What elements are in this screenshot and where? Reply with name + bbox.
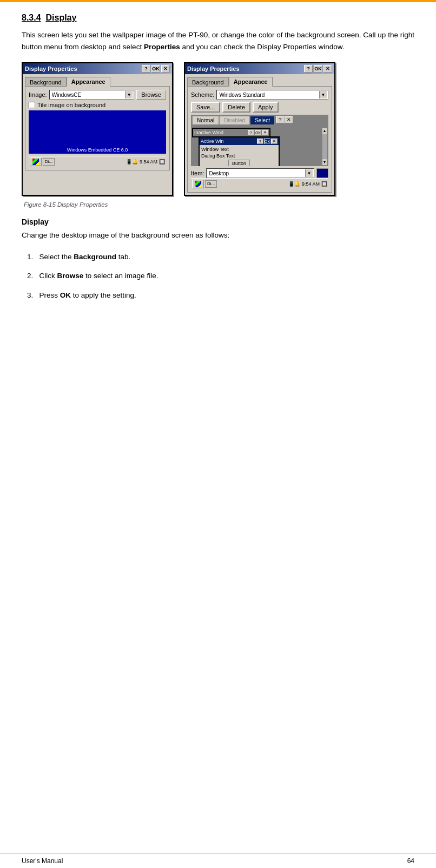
save-button[interactable]: Save... <box>191 102 220 113</box>
scheme-combo[interactable]: Windows Standard ▼ <box>216 90 328 100</box>
tile-checkbox[interactable] <box>29 102 35 108</box>
taskbar-item-label-2: Di... <box>207 181 215 186</box>
step2-end: to select an image file. <box>83 272 158 280</box>
preview-tab-normal[interactable]: Normal <box>192 116 219 124</box>
desktop-preview: Windows Embedded CE 6.0 <box>29 110 166 154</box>
step-2: 2. Click Browse to select an image file. <box>27 270 414 282</box>
image-combo-value: WindowsCE <box>51 92 125 98</box>
active-close: ✕ <box>271 139 278 144</box>
display-section-title: Display <box>22 218 414 226</box>
windows-logo-1 <box>32 159 39 165</box>
section-title-underline: Display <box>45 13 76 22</box>
scheme-combo-arrow: ▼ <box>319 91 327 98</box>
windows-logo-2 <box>195 181 201 187</box>
dialog2-titlebar: Display Properties ? OK ✕ <box>185 63 334 74</box>
start-button-1[interactable] <box>30 157 42 166</box>
taskbar-item-1: Di... <box>43 158 55 166</box>
inactive-titlebar: Inactive Wind ? OK ✕ <box>193 129 269 136</box>
dialog1-help-btn[interactable]: ? <box>142 65 150 73</box>
item-combo-arrow: ▼ <box>305 169 313 177</box>
scroll-down[interactable]: ▼ <box>323 160 327 165</box>
footer-left: User's Manual <box>22 857 63 865</box>
item-combo-value: Desktop <box>208 170 305 176</box>
dialog1-title: Display Properties <box>25 65 77 72</box>
inactive-ok: OK <box>255 130 261 135</box>
intro-paragraph: This screen lets you set the wallpaper i… <box>22 29 414 52</box>
active-window: Active Win ? OK ✕ Window Text Dialog Box… <box>199 136 280 166</box>
active-titlebar: Active Win ? OK ✕ <box>200 137 279 145</box>
item-row: Item: Desktop ▼ <box>191 168 328 178</box>
tray-extra-1: 🔲 <box>159 159 165 165</box>
step2-text: Click <box>39 272 57 280</box>
section-title-text: Display <box>45 13 76 22</box>
dialog2-body: Background Appearance Scheme: Windows St… <box>185 74 334 195</box>
dialog1-body: Background Appearance Image: WindowsCE ▼… <box>23 74 172 173</box>
system-tray-1: 📱🔔 9:54 AM 🔲 <box>126 159 165 165</box>
scroll-up[interactable]: ▲ <box>323 128 327 134</box>
appearance-preview: Normal Disabled Select ? ✕ <box>191 115 328 166</box>
step3-text: Press <box>39 291 60 299</box>
preview-tabs-row: Normal Disabled Select ? ✕ <box>192 116 293 124</box>
dialog2-title-buttons: ? OK ✕ <box>304 65 332 73</box>
delete-button[interactable]: Delete <box>222 102 250 113</box>
section-heading: 8.3.4 Display <box>22 13 414 23</box>
preview-tab-selected[interactable]: Select <box>250 116 275 124</box>
tab2-background-label: Background <box>192 79 224 86</box>
image-combo-arrow: ▼ <box>125 91 133 98</box>
taskbar-item-2: Di... <box>205 180 217 188</box>
scheme-combo-value: Windows Standard <box>218 92 319 98</box>
display-properties-dialog-1: Display Properties ? OK ✕ Background App… <box>22 62 173 196</box>
color-swatch[interactable] <box>316 168 328 178</box>
dialog1-close-btn[interactable]: ✕ <box>161 65 170 73</box>
scrollbar[interactable]: ▲ ▼ <box>322 128 327 166</box>
dialog2-title: Display Properties <box>187 65 240 72</box>
step-1: 1. Select the Background tab. <box>27 251 414 263</box>
figures-row: Display Properties ? OK ✕ Background App… <box>22 62 414 196</box>
step2-num: 2. <box>27 272 33 280</box>
tab-appearance-label: Appearance <box>71 78 105 85</box>
dialog2-taskbar: Di... 📱🔔 9:54 AM 🔲 <box>191 178 328 189</box>
step-3: 3. Press OK to apply the setting. <box>27 290 414 301</box>
browse-button[interactable]: Browse <box>136 90 166 100</box>
scheme-label: Scheme: <box>191 91 214 98</box>
active-ok-btn: OK <box>264 139 270 144</box>
preview-help-btn[interactable]: ? <box>276 116 285 123</box>
tray-icons-1: 📱🔔 <box>126 159 138 165</box>
step1-num: 1. <box>27 253 33 261</box>
dialog1-titlebar: Display Properties ? OK ✕ <box>23 63 172 74</box>
dialog2-ok-btn[interactable]: OK <box>314 65 322 73</box>
tab2-appearance[interactable]: Appearance <box>229 77 273 87</box>
figure-caption: Figure 8-15 Display Properties <box>24 201 414 208</box>
item-label: Item: <box>191 170 204 176</box>
steps-list: 1. Select the Background tab. 2. Click B… <box>22 251 414 301</box>
step1-text: Select the <box>39 253 74 261</box>
dialog-box-text-label: Dialog Box Text <box>201 153 277 159</box>
inactive-title: Inactive Wind <box>194 130 223 135</box>
step3-num: 3. <box>27 291 33 299</box>
preview-tab-disabled: Disabled <box>219 116 250 124</box>
preview-close-btn[interactable]: ✕ <box>285 116 293 123</box>
tab2-appearance-label: Appearance <box>234 78 268 85</box>
image-combo[interactable]: WindowsCE ▼ <box>49 90 135 100</box>
apply-button[interactable]: Apply <box>253 102 279 113</box>
image-label: Image: <box>29 91 47 98</box>
dialog2-help-btn[interactable]: ? <box>304 65 313 73</box>
dialog1-ok-btn[interactable]: OK <box>151 65 160 73</box>
tile-label: Tile image on background <box>37 102 105 108</box>
image-field-row: Image: WindowsCE ▼ Browse <box>29 90 166 100</box>
display-description: Change the desktop image of the backgrou… <box>22 229 414 241</box>
main-content: 8.3.4 Display This screen lets you set t… <box>0 2 436 331</box>
dialog2-close-btn[interactable]: ✕ <box>323 65 332 73</box>
taskbar-item-label-1: Di... <box>45 159 52 164</box>
intro-end: and you can check the Display Properties… <box>180 43 345 51</box>
app-button[interactable]: Button <box>228 160 250 166</box>
item-combo[interactable]: Desktop ▼ <box>206 168 314 178</box>
footer-right: 64 <box>407 857 414 865</box>
tab-appearance[interactable]: Appearance <box>67 77 110 87</box>
dialog1-panel: Image: WindowsCE ▼ Browse Tile image on … <box>25 86 170 170</box>
tray-icons-2: 📱🔔 <box>288 181 300 187</box>
inactive-help: ? <box>248 130 254 135</box>
start-button-2[interactable] <box>192 180 204 188</box>
preview-text: Windows Embedded CE 6.0 <box>66 146 129 154</box>
preview-tab-normal-label: Normal <box>197 117 214 123</box>
